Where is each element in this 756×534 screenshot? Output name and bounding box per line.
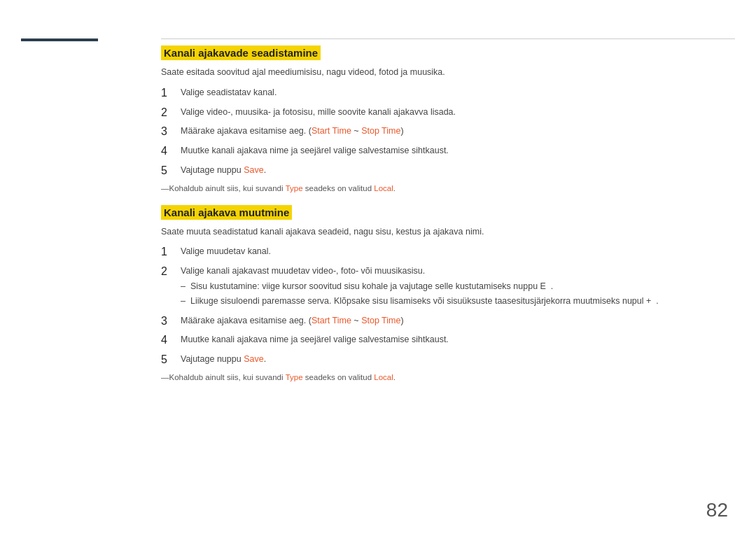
step1-2: 2 Valige video-, muusika- ja fotosisu, m…	[161, 106, 735, 120]
type-label2: Type	[286, 373, 303, 381]
content: Kanali ajakavade seadistamine Saate esit…	[161, 45, 735, 513]
stop-time-label2: Stop Time	[361, 316, 400, 325]
step2-1: 1 Valige muudetav kanal.	[161, 245, 735, 260]
step1-4: 4 Muutke kanali ajakava nime ja seejärel…	[161, 144, 735, 159]
step2-3: 3 Määrake ajakava esitamise aeg. (Start …	[161, 314, 735, 329]
step1-5: 5 Vajutage nuppu Save.	[161, 164, 735, 178]
section1-note: Kohaldub ainult siis, kui suvandi Type s…	[161, 184, 735, 192]
type-label1: Type	[286, 184, 303, 192]
section1-steps: 1 Valige seadistatav kanal. 2 Valige vid…	[161, 86, 735, 178]
step1-1: 1 Valige seadistatav kanal.	[161, 86, 735, 101]
section1-heading: Kanali ajakavade seadistamine	[161, 45, 735, 66]
section2-note: Kohaldub ainult siis, kui suvandi Type s…	[161, 373, 735, 381]
sub-list: Sisu kustutamine: viige kursor soovitud …	[181, 280, 735, 308]
step2-4: 4 Muutke kanali ajakava nime ja seejärel…	[161, 333, 735, 348]
page: Kanali ajakavade seadistamine Saate esit…	[0, 0, 756, 534]
section2-heading: Kanali ajakava muutmine	[161, 205, 735, 225]
start-time-label1: Start Time	[312, 126, 351, 136]
start-time-label2: Start Time	[312, 316, 351, 325]
sidebar-bar	[21, 38, 98, 41]
top-line	[161, 38, 735, 39]
sub-item-1: Sisu kustutamine: viige kursor soovitud …	[181, 280, 735, 293]
local-label1: Local	[374, 184, 393, 192]
local-label2: Local	[374, 373, 393, 381]
section2-steps: 1 Valige muudetav kanal. 2 Valige kanali…	[161, 245, 735, 367]
stop-time-label1: Stop Time	[361, 126, 400, 136]
section1: Kanali ajakavade seadistamine Saate esit…	[161, 45, 735, 192]
save-label2: Save	[244, 354, 264, 364]
section1-intro: Saate esitada soovitud ajal meediumisisu…	[161, 66, 735, 79]
step2-2: 2 Valige kanali ajakavast muudetav video…	[161, 265, 735, 309]
step1-3: 3 Määrake ajakava esitamise aeg. (Start …	[161, 125, 735, 139]
section2: Kanali ajakava muutmine Saate muuta sead…	[161, 205, 735, 381]
sub-item-2: Liikuge sisuloendi paremasse serva. Klõp…	[181, 295, 735, 308]
section2-intro: Saate muuta seadistatud kanali ajakava s…	[161, 225, 735, 239]
page-number: 82	[706, 499, 728, 521]
step2-5: 5 Vajutage nuppu Save.	[161, 353, 735, 367]
save-label1: Save	[244, 165, 264, 175]
